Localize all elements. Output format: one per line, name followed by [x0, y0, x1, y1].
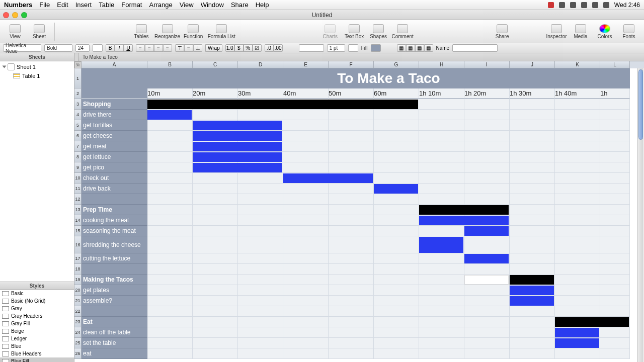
cell[interactable] [600, 173, 630, 184]
splitter[interactable] [74, 53, 78, 61]
gantt-task-bar[interactable] [283, 173, 373, 183]
cell[interactable] [600, 110, 630, 120]
row-header[interactable]: 9 [74, 162, 82, 173]
gantt-task-bar[interactable] [555, 338, 599, 348]
cell[interactable] [555, 275, 600, 285]
gantt-task-bar[interactable] [193, 131, 282, 141]
column-header[interactable]: C [193, 61, 238, 68]
cell[interactable] [600, 264, 630, 275]
cell[interactable] [329, 131, 374, 141]
cell[interactable]: cutting the lettuce [82, 253, 147, 264]
percent-button[interactable]: % [244, 44, 253, 52]
align-right[interactable]: ≡ [154, 44, 163, 52]
cell[interactable] [555, 173, 600, 184]
cell[interactable] [600, 205, 630, 215]
select-all-corner[interactable] [74, 61, 82, 68]
cell[interactable] [555, 253, 600, 264]
column-header[interactable]: A [82, 61, 147, 68]
cell[interactable]: 10m [147, 88, 193, 99]
align-center[interactable]: ≡ [145, 44, 154, 52]
cell[interactable] [555, 296, 600, 306]
cell[interactable] [464, 110, 510, 120]
cell[interactable] [193, 173, 238, 184]
cell[interactable]: cooking the meat [82, 215, 147, 226]
style-item[interactable]: Blue Headers [0, 350, 74, 357]
cell[interactable] [238, 173, 283, 184]
cell[interactable]: get meat [82, 141, 147, 152]
cell[interactable] [464, 152, 510, 162]
cell[interactable] [374, 131, 419, 141]
cell[interactable] [374, 253, 419, 264]
cell[interactable] [283, 110, 329, 120]
column-header[interactable]: B [147, 61, 193, 68]
cell[interactable] [419, 226, 464, 236]
cell[interactable] [283, 162, 329, 173]
border-2[interactable]: ▦ [406, 44, 415, 52]
gantt-task-bar[interactable] [464, 275, 509, 285]
cell[interactable] [193, 264, 238, 275]
cell[interactable] [147, 306, 193, 317]
cell[interactable] [555, 194, 600, 205]
gantt-task-bar[interactable] [193, 121, 282, 130]
cell[interactable] [329, 296, 374, 306]
border-4[interactable]: ▦ [424, 44, 433, 52]
menu-edit[interactable]: Edit [57, 1, 68, 9]
toolbar-formula-list[interactable]: Formula List [206, 22, 236, 42]
cell[interactable] [82, 194, 147, 205]
cell[interactable] [419, 120, 464, 131]
menu-insert[interactable]: Insert [75, 1, 92, 9]
toolbar-colors[interactable]: Colors [594, 22, 616, 42]
cell[interactable] [555, 162, 600, 173]
cell[interactable] [238, 296, 283, 306]
cell[interactable] [283, 184, 329, 194]
menu-help[interactable]: Help [256, 1, 269, 9]
decimals-button[interactable]: 1.0 [225, 44, 234, 52]
cell[interactable] [147, 152, 193, 162]
cell[interactable] [329, 215, 374, 226]
cell[interactable] [283, 285, 329, 296]
toolbar-tables[interactable]: Tables [130, 22, 152, 42]
cell[interactable] [464, 184, 510, 194]
cell[interactable] [193, 348, 238, 359]
cell[interactable] [600, 285, 630, 296]
cell[interactable] [147, 317, 193, 327]
cell[interactable] [510, 348, 555, 359]
column-header[interactable]: D [238, 61, 283, 68]
menu-share[interactable]: Share [231, 1, 249, 9]
cell[interactable]: clean off the table [82, 327, 147, 338]
status-icon[interactable] [559, 2, 565, 8]
cell[interactable] [510, 317, 555, 327]
row-header[interactable]: 17 [74, 253, 82, 264]
cell[interactable] [374, 205, 419, 215]
row-header[interactable]: 20 [74, 285, 82, 296]
cell[interactable] [193, 338, 238, 348]
cell[interactable] [464, 348, 510, 359]
cell[interactable] [374, 327, 419, 338]
cell[interactable] [283, 327, 329, 338]
cell[interactable] [193, 306, 238, 317]
cell[interactable] [374, 215, 419, 226]
cell[interactable] [329, 327, 374, 338]
row-header[interactable]: 5 [74, 120, 82, 131]
cell[interactable] [464, 141, 510, 152]
style-item[interactable]: Gray [0, 305, 74, 312]
cell[interactable] [238, 205, 283, 215]
cell[interactable] [374, 317, 419, 327]
cell[interactable] [419, 264, 464, 275]
cell[interactable] [238, 264, 283, 275]
gantt-task-bar[interactable] [147, 110, 192, 120]
cell[interactable] [147, 348, 193, 359]
cell[interactable] [555, 141, 600, 152]
cell[interactable] [147, 194, 193, 205]
menu-window[interactable]: Window [201, 1, 224, 9]
cell[interactable] [510, 162, 555, 173]
wifi-icon[interactable] [592, 2, 598, 8]
italic-button[interactable]: I [115, 44, 124, 52]
cell[interactable] [193, 327, 238, 338]
status-icon[interactable] [548, 2, 554, 8]
toolbar-media[interactable]: Media [570, 22, 592, 42]
row-header[interactable]: 18 [74, 264, 82, 275]
row-header[interactable]: 23 [74, 317, 82, 327]
cell[interactable] [374, 120, 419, 131]
cell[interactable] [329, 162, 374, 173]
